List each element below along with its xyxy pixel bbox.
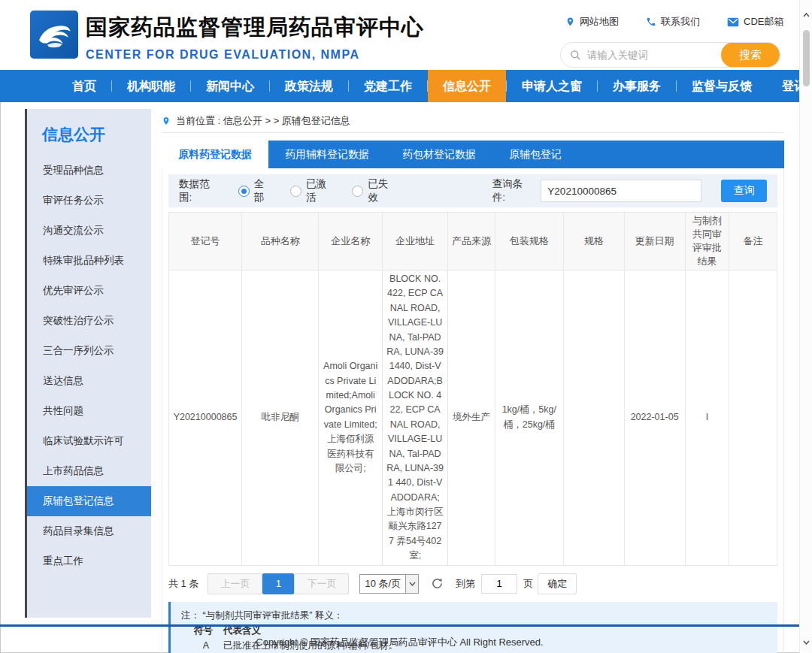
nav-item-news[interactable]: 新闻中心 [191,70,269,102]
location-pin-icon [162,116,171,126]
sidebar-item-marketed-drugs[interactable]: 上市药品信息 [27,456,151,486]
top-links: 网站地图 联系我们 CDE邮箱 [565,15,783,29]
envelope-icon [727,17,739,27]
sitemap-label: 网站地图 [580,15,619,29]
sidebar-item-key-work[interactable]: 重点工作 [27,546,151,576]
radio-expired-label: 已失效 [368,177,395,204]
site-title: 国家药品监督管理局药品审评中心 [86,13,424,43]
cell-product-name: 吡非尼酮 [242,271,319,566]
radio-all-label: 全部 [254,177,272,204]
sidebar-item-common-issues[interactable]: 共性问题 [27,396,151,426]
sidebar-item-priority-review[interactable]: 优先审评公示 [27,276,151,306]
radio-icon[interactable] [238,186,250,197]
col-spec: 规格 [563,213,624,271]
search-button[interactable]: 搜索 [721,42,780,68]
search-input[interactable] [581,50,721,61]
contact-label: 联系我们 [661,15,700,29]
sidebar-item-special-approval-list[interactable]: 特殊审批品种列表 [27,246,151,276]
refresh-icon[interactable] [431,577,444,590]
cde-mail-link[interactable]: CDE邮箱 [727,15,783,29]
cell-spec [563,271,624,566]
goto-page-input[interactable] [481,574,517,594]
current-page-button[interactable]: 1 [262,573,294,594]
search-icon [570,50,581,61]
brand-block: 国家药品监督管理局药品审评中心 CENTER FOR DRUG EVALUATI… [86,13,424,62]
nav-item-info-disclosure[interactable]: 信息公开 [428,70,506,102]
nav-item-supervision-feedback[interactable]: 监督与反馈 [677,70,767,102]
breadcrumb: 当前位置 : 信息公开 > > 原辅包登记信息 [162,109,784,133]
scrollbar[interactable] [799,0,812,653]
sidebar: 信息公开 受理品种信息 审评任务公示 沟通交流公示 特殊审批品种列表 优先审评公… [25,109,151,618]
sidebar-item-accepted-products[interactable]: 受理品种信息 [27,156,151,186]
registration-table: 登记号 品种名称 企业名称 企业地址 产品来源 包装规格 规格 更新日期 与制剂… [168,212,777,566]
next-page-button[interactable]: 下一页 [294,573,349,594]
nav-item-home[interactable]: 首页 [57,70,111,102]
copyright-text: Copyright © 国家药品监督管理局药品审评中心 All Right Re… [0,636,799,649]
main-content: 当前位置 : 信息公开 > > 原辅包登记信息 原料药登记数据 药用辅料登记数据… [162,109,784,653]
location-pin-icon [565,17,575,27]
cell-packaging-spec: 1kg/桶，5kg/桶，25kg/桶 [495,271,563,566]
col-remarks: 备注 [729,213,777,271]
filter-bar: 数据范围: 全部 已激活 已失效 查询条件: 查询 [168,174,777,207]
nav-item-policies[interactable]: 政策法规 [270,70,348,102]
tab-packaging-registration-data[interactable]: 药包材登记数据 [386,141,492,168]
table-header-row: 登记号 品种名称 企业名称 企业地址 产品来源 包装规格 规格 更新日期 与制剂… [169,213,777,271]
cell-company-address: BLOCK NO. 422, ECP CANAL ROAD, VILLAGE-L… [383,271,448,566]
nav-item-party-building[interactable]: 党建工作 [349,70,427,102]
radio-icon[interactable] [352,186,363,197]
cell-update-date: 2022-01-05 [624,271,685,566]
sidebar-item-three-in-one[interactable]: 三合一序列公示 [27,336,151,366]
sitemap-link[interactable]: 网站地图 [565,15,619,29]
col-packaging-spec: 包装规格 [495,213,563,271]
confirm-button[interactable]: 确定 [538,573,577,594]
goto-label: 到第 [456,577,475,591]
page-size-value: 10 条/页 [360,577,405,591]
query-button[interactable]: 查询 [721,180,767,202]
site-header: 国家药品监督管理局药品审评中心 CENTER FOR DRUG EVALUATI… [0,0,799,70]
col-update-date: 更新日期 [624,213,685,271]
radio-activated[interactable]: 已激活 [290,177,334,204]
col-registration-no: 登记号 [169,213,242,271]
cell-registration-no: Y20210000865 [169,271,242,566]
scroll-down-icon[interactable] [801,636,812,648]
pagination: 共 1 条 上一页 1 下一页 10 条/页 到第 页 确定 [168,573,777,594]
radio-all[interactable]: 全部 [238,177,272,204]
site-subtitle: CENTER FOR DRUG EVALUATION, NMPA [86,48,424,62]
swan-icon [32,13,76,56]
page-size-select[interactable]: 10 条/页 [359,574,419,594]
tab-excipient-registration-data[interactable]: 药用辅料登记数据 [268,141,386,168]
prev-page-button[interactable]: 上一页 [208,573,262,594]
sidebar-item-breakthrough-therapy[interactable]: 突破性治疗公示 [27,306,151,336]
sidebar-item-clinical-trial-license[interactable]: 临床试验默示许可 [27,426,151,456]
scope-label: 数据范围: [179,177,220,204]
contact-link[interactable]: 联系我们 [646,15,700,29]
breadcrumb-text: 当前位置 : 信息公开 > > 原辅包登记信息 [176,114,350,128]
radio-icon[interactable] [290,186,301,197]
sidebar-item-delivery-info[interactable]: 送达信息 [27,366,151,396]
sidebar-item-drug-catalog[interactable]: 药品目录集信息 [27,516,151,546]
radio-activated-label: 已激活 [306,177,334,204]
sidebar-item-communication[interactable]: 沟通交流公示 [27,216,151,246]
scroll-up-icon[interactable] [801,9,812,21]
cde-logo [30,11,78,59]
col-company-address: 企业地址 [383,213,448,271]
tab-bar: 原料药登记数据 药用辅料登记数据 药包材登记数据 原辅包登记 [162,141,784,168]
note-title: 注： “与制剂共同审评审批结果” 释义： [181,608,767,623]
tab-raw-aux-pack-registration[interactable]: 原辅包登记 [492,141,578,168]
sidebar-item-review-tasks[interactable]: 审评任务公示 [27,186,151,216]
phone-icon [646,17,656,27]
nav-item-applicant-window[interactable]: 申请人之窗 [507,70,597,102]
tab-api-registration-data[interactable]: 原料药登记数据 [162,141,268,168]
sidebar-item-raw-material-registration[interactable]: 原辅包登记信息 [27,486,151,516]
cell-product-source: 境外生产 [448,271,495,566]
nav-item-services[interactable]: 办事服务 [598,70,676,102]
col-product-source: 产品来源 [448,213,495,271]
nav-item-functions[interactable]: 机构职能 [112,70,190,102]
col-product-name: 品种名称 [242,213,319,271]
total-count: 共 1 条 [168,577,198,591]
content-panel: 数据范围: 全部 已激活 已失效 查询条件: 查询 [162,168,784,653]
radio-expired[interactable]: 已失效 [352,177,395,204]
query-input[interactable] [541,180,701,202]
scrollbar-thumb[interactable] [803,30,810,86]
chevron-down-icon[interactable] [405,575,418,593]
